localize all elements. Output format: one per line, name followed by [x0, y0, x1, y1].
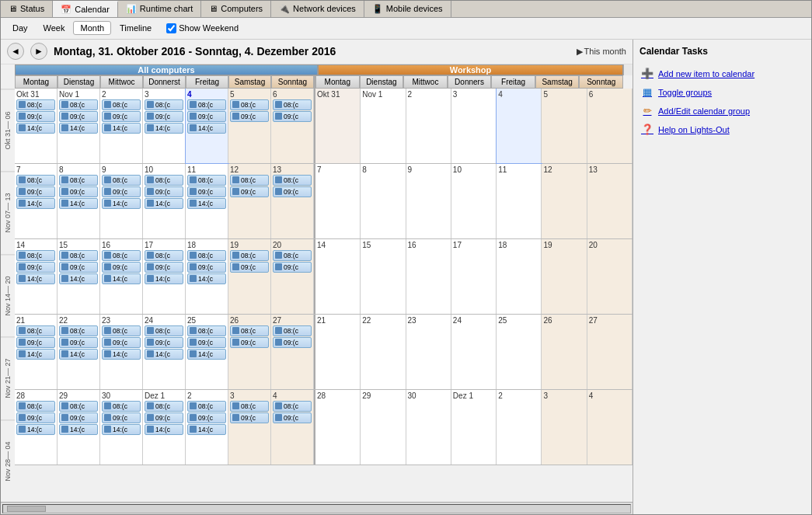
work-cell-w3-d3[interactable]: 24: [451, 315, 497, 389]
calendar-entry[interactable]: 08:(c: [187, 401, 226, 412]
calendar-entry[interactable]: 09:(c: [16, 412, 55, 423]
calendar-entry[interactable]: 08:(c: [230, 401, 269, 412]
comp-cell-w1-d6[interactable]: 1308:(c09:(c: [271, 164, 314, 238]
work-cell-w2-d0[interactable]: 14: [315, 239, 361, 314]
work-cell-w4-d2[interactable]: 30: [406, 390, 451, 465]
comp-cell-w2-d0[interactable]: 1408:(c09:(c14:(c: [15, 239, 58, 314]
day-view-button[interactable]: Day: [5, 21, 35, 35]
calendar-entry[interactable]: 08:(c: [102, 250, 141, 261]
work-cell-w3-d0[interactable]: 21: [315, 315, 361, 389]
calendar-entry[interactable]: 08:(c: [187, 99, 226, 110]
calendar-entry[interactable]: 09:(c: [16, 262, 55, 273]
comp-cell-w0-d0[interactable]: Okt 3108:(c09:(c14:(c: [15, 89, 58, 163]
calendar-entry[interactable]: 14:(c: [59, 349, 98, 360]
calendar-entry[interactable]: 08:(c: [273, 250, 312, 261]
calendar-entry[interactable]: 08:(c: [16, 325, 55, 336]
calendar-entry[interactable]: 14:(c: [102, 273, 141, 284]
calendar-entry[interactable]: 09:(c: [145, 186, 183, 197]
tab-computers[interactable]: 🖥 Computers: [201, 1, 271, 17]
calendar-entry[interactable]: 09:(c: [187, 337, 226, 348]
comp-cell-w1-d5[interactable]: 1208:(c09:(c: [228, 164, 271, 238]
toggle-groups-button[interactable]: ▦ Toggle groups: [639, 83, 805, 102]
calendar-entry[interactable]: 09:(c: [59, 262, 98, 273]
calendar-entry[interactable]: 14:(c: [145, 424, 183, 435]
work-cell-w0-d1[interactable]: Nov 1: [361, 89, 406, 163]
comp-cell-w4-d3[interactable]: Dez 108:(c09:(c14:(c: [143, 390, 186, 465]
calendar-entry[interactable]: 14:(c: [16, 349, 55, 360]
calendar-entry[interactable]: 08:(c: [16, 175, 55, 186]
calendar-entry[interactable]: 14:(c: [145, 349, 183, 360]
work-cell-w3-d1[interactable]: 22: [361, 315, 406, 389]
horizontal-scrollbar[interactable]: [1, 502, 633, 514]
work-cell-w3-d6[interactable]: 27: [587, 315, 633, 389]
calendar-entry[interactable]: 08:(c: [59, 175, 98, 186]
calendar-entry[interactable]: 09:(c: [273, 262, 312, 273]
show-weekend-checkbox[interactable]: [166, 23, 176, 33]
comp-cell-w3-d5[interactable]: 2608:(c09:(c: [228, 315, 271, 389]
comp-cell-w0-d4[interactable]: 408:(c09:(c14:(c: [186, 89, 228, 163]
work-cell-w4-d4[interactable]: 2: [497, 390, 542, 465]
calendar-entry[interactable]: 14:(c: [59, 123, 98, 134]
calendar-entry[interactable]: 09:(c: [16, 186, 55, 197]
month-view-button[interactable]: Month: [73, 21, 111, 35]
nav-next-button[interactable]: ►: [30, 43, 47, 60]
week-view-button[interactable]: Week: [37, 21, 72, 35]
comp-cell-w3-d0[interactable]: 2108:(c09:(c14:(c: [15, 315, 58, 389]
nav-prev-button[interactable]: ◄: [7, 43, 24, 60]
comp-cell-w4-d1[interactable]: 2908:(c09:(c14:(c: [58, 390, 100, 465]
work-cell-w1-d4[interactable]: 11: [497, 164, 542, 238]
work-cell-w2-d6[interactable]: 20: [587, 239, 633, 314]
calendar-entry[interactable]: 14:(c: [16, 123, 55, 134]
calendar-entry[interactable]: 14:(c: [102, 349, 141, 360]
calendar-entry[interactable]: 09:(c: [102, 337, 141, 348]
add-item-button[interactable]: ➕ Add new item to calendar: [639, 64, 805, 83]
work-cell-w3-d4[interactable]: 25: [497, 315, 542, 389]
tab-calendar[interactable]: 📅 Calendar: [53, 1, 118, 17]
calendar-entry[interactable]: 08:(c: [187, 325, 226, 336]
work-cell-w1-d0[interactable]: 7: [315, 164, 361, 238]
calendar-entry[interactable]: 09:(c: [102, 412, 141, 423]
work-cell-w2-d2[interactable]: 16: [406, 239, 451, 314]
comp-cell-w3-d1[interactable]: 2208:(c09:(c14:(c: [58, 315, 100, 389]
this-month-button[interactable]: ▶ This month: [577, 47, 626, 57]
comp-cell-w2-d6[interactable]: 2008:(c09:(c: [271, 239, 314, 314]
comp-cell-w3-d6[interactable]: 2708:(c09:(c: [271, 315, 314, 389]
calendar-entry[interactable]: 08:(c: [187, 175, 226, 186]
calendar-entry[interactable]: 08:(c: [230, 325, 269, 336]
calendar-entry[interactable]: 14:(c: [187, 424, 226, 435]
calendar-entry[interactable]: 09:(c: [102, 111, 141, 122]
tab-mobile[interactable]: 📱 Mobile devices: [364, 1, 451, 17]
comp-cell-w1-d3[interactable]: 1008:(c09:(c14:(c: [143, 164, 186, 238]
calendar-entry[interactable]: 09:(c: [273, 111, 312, 122]
work-cell-w0-d5[interactable]: 5: [542, 89, 587, 163]
comp-cell-w0-d6[interactable]: 608:(c09:(c: [271, 89, 314, 163]
calendar-entry[interactable]: 09:(c: [187, 111, 226, 122]
work-cell-w1-d1[interactable]: 8: [361, 164, 406, 238]
calendar-entry[interactable]: 14:(c: [102, 198, 141, 209]
work-cell-w4-d0[interactable]: 28: [315, 390, 361, 465]
calendar-entry[interactable]: 08:(c: [59, 325, 98, 336]
calendar-entry[interactable]: 09:(c: [273, 337, 312, 348]
calendar-entry[interactable]: 08:(c: [102, 175, 141, 186]
work-cell-w2-d1[interactable]: 15: [361, 239, 406, 314]
calendar-entry[interactable]: 09:(c: [59, 412, 98, 423]
work-cell-w1-d2[interactable]: 9: [406, 164, 451, 238]
calendar-entry[interactable]: 14:(c: [102, 123, 141, 134]
calendar-entry[interactable]: 14:(c: [16, 424, 55, 435]
work-cell-w0-d6[interactable]: 6: [587, 89, 633, 163]
add-edit-group-button[interactable]: ✏ Add/Edit calendar group: [639, 102, 805, 120]
tab-network[interactable]: 🔌 Network devices: [271, 1, 364, 17]
work-cell-w3-d5[interactable]: 26: [542, 315, 587, 389]
calendar-entry[interactable]: 14:(c: [59, 273, 98, 284]
work-cell-w4-d5[interactable]: 3: [542, 390, 587, 465]
work-cell-w4-d6[interactable]: 4: [587, 390, 633, 465]
calendar-entry[interactable]: 09:(c: [230, 262, 269, 273]
h-scroll-thumb[interactable]: [7, 506, 46, 512]
calendar-entry[interactable]: 09:(c: [145, 262, 183, 273]
calendar-entry[interactable]: 14:(c: [59, 424, 98, 435]
comp-cell-w4-d2[interactable]: 3008:(c09:(c14:(c: [100, 390, 143, 465]
calendar-entry[interactable]: 08:(c: [145, 325, 183, 336]
comp-cell-w4-d6[interactable]: 408:(c09:(c: [271, 390, 314, 465]
comp-cell-w3-d2[interactable]: 2308:(c09:(c14:(c: [100, 315, 143, 389]
work-cell-w2-d3[interactable]: 17: [451, 239, 497, 314]
